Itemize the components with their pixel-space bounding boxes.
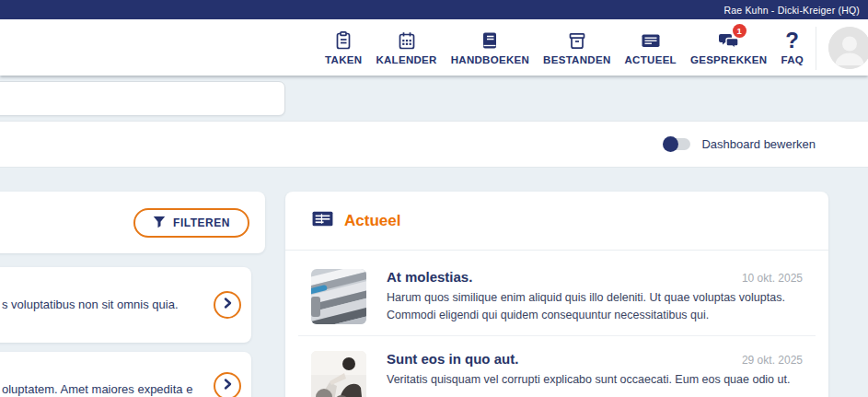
dashboard-edit-toggle[interactable]: Dashboard bewerken xyxy=(663,137,816,151)
filter-button-label: FILTEREN xyxy=(173,216,230,229)
filter-button[interactable]: FILTEREN xyxy=(133,208,249,238)
newspaper-icon xyxy=(311,207,334,234)
nav-label: FAQ xyxy=(781,54,804,65)
toggle-label: Dashboard bewerken xyxy=(701,137,816,151)
main-navbar: TAKEN KALENDER xyxy=(0,19,868,76)
nav-item-actueel[interactable]: ACTUEEL xyxy=(625,30,677,65)
list-item[interactable]: s voluptatibus non sit omnis quia. xyxy=(0,267,251,343)
news-body: At molestias. 10 okt. 2025 Harum quos si… xyxy=(387,269,803,324)
current-user-label[interactable]: Rae Kuhn - Dicki-Kreiger (HQ) xyxy=(723,5,860,16)
open-item-button[interactable] xyxy=(214,291,241,319)
nav-label: TAKEN xyxy=(325,54,362,65)
panel-title: Actueel xyxy=(344,212,400,230)
news-body: Sunt eos in quo aut. 29 okt. 2025 Verita… xyxy=(387,351,803,397)
calendar-icon xyxy=(397,30,417,51)
nav-label: BESTANDEN xyxy=(543,54,610,65)
top-user-bar: Rae Kuhn - Dicki-Kreiger (HQ) xyxy=(0,0,868,19)
list-item-text: oluptatem. Amet maiores expedita e xyxy=(0,382,249,397)
clipboard-icon xyxy=(333,30,353,51)
actueel-header: Actueel xyxy=(285,192,828,251)
navbar-divider xyxy=(816,27,816,70)
funnel-icon xyxy=(153,216,166,231)
toggle-switch-icon[interactable] xyxy=(663,138,690,150)
nav-item-gesprekken[interactable]: 1 GESPREKKEN xyxy=(690,30,768,65)
dashboard-toolbar: Dashboard bewerken xyxy=(0,121,868,168)
book-icon xyxy=(480,30,500,51)
nav-item-kalender[interactable]: KALENDER xyxy=(376,30,436,65)
news-title[interactable]: At molestias. xyxy=(387,269,472,285)
news-item[interactable]: At molestias. 10 okt. 2025 Harum quos si… xyxy=(285,251,828,335)
open-item-button[interactable] xyxy=(214,372,241,397)
nav-label: GESPREKKEN xyxy=(690,54,768,65)
news-date: 10 okt. 2025 xyxy=(742,272,803,285)
nav-item-taken[interactable]: TAKEN xyxy=(325,30,362,65)
list-item[interactable]: oluptatem. Amet maiores expedita e xyxy=(0,352,251,397)
nav-label: KALENDER xyxy=(376,54,436,65)
news-title[interactable]: Sunt eos in quo aut. xyxy=(387,351,518,367)
archive-box-icon xyxy=(567,30,587,51)
news-thumbnail-newspapers xyxy=(311,269,366,324)
search-input[interactable] xyxy=(0,81,285,116)
nav-item-faq[interactable]: ? FAQ xyxy=(781,30,804,65)
unread-badge: 1 xyxy=(733,24,746,38)
user-avatar[interactable] xyxy=(828,27,868,69)
filter-card: FILTEREN xyxy=(0,192,265,253)
actueel-panel: Actueel At molestias. xyxy=(285,192,828,397)
nav-item-handboeken[interactable]: HANDBOEKEN xyxy=(451,30,529,65)
nav-label: HANDBOEKEN xyxy=(451,54,529,65)
news-excerpt: Veritatis quisquam vel corrupti explicab… xyxy=(387,371,799,389)
newspaper-icon xyxy=(641,30,661,51)
nav-items: TAKEN KALENDER xyxy=(325,19,816,76)
news-excerpt: Harum quos similique enim aliquid quis i… xyxy=(387,289,799,324)
nav-label: ACTUEEL xyxy=(625,54,677,65)
news-thumbnail-classroom xyxy=(311,351,366,397)
nav-item-bestanden[interactable]: BESTANDEN xyxy=(543,30,610,65)
list-item-text: s voluptatibus non sit omnis quia. xyxy=(0,298,236,312)
question-mark-icon: ? xyxy=(785,30,799,51)
chevron-right-icon xyxy=(221,378,234,394)
news-date: 29 okt. 2025 xyxy=(742,354,803,367)
chevron-right-icon xyxy=(221,297,234,313)
news-item[interactable]: Sunt eos in quo aut. 29 okt. 2025 Verita… xyxy=(285,336,828,397)
